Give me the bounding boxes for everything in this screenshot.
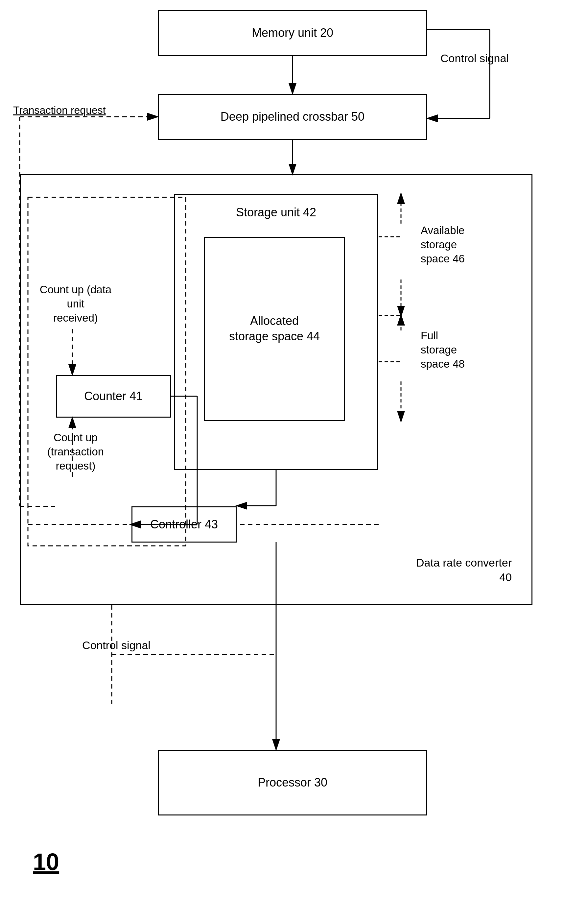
diagram-number: 10 xyxy=(33,848,59,875)
controller-label: Controller 43 xyxy=(150,517,218,532)
controller-box: Controller 43 xyxy=(132,506,236,543)
counter-label: Counter 41 xyxy=(84,389,143,404)
allocated-storage-box: Allocatedstorage space 44 xyxy=(204,237,345,421)
memory-unit-label: Memory unit 20 xyxy=(252,25,333,41)
processor-label: Processor 30 xyxy=(258,775,327,790)
processor-box: Processor 30 xyxy=(158,750,427,815)
allocated-storage-label: Allocatedstorage space 44 xyxy=(229,314,320,344)
control-signal-bottom-label: Control signal xyxy=(82,638,150,652)
data-rate-converter-label: Data rate converter40 xyxy=(416,555,512,584)
control-signal-top-label: Control signal xyxy=(441,51,509,65)
available-storage-label: Availablestoragespace 46 xyxy=(421,224,506,266)
full-storage-label: Fullstoragespace 48 xyxy=(421,329,506,371)
storage-unit-label: Storage unit 42 xyxy=(175,205,377,220)
memory-unit-box: Memory unit 20 xyxy=(158,10,427,56)
diagram-container: Memory unit 20 Deep pipelined crossbar 5… xyxy=(0,0,588,898)
crossbar-box: Deep pipelined crossbar 50 xyxy=(158,94,427,140)
counter-box: Counter 41 xyxy=(56,375,171,418)
count-up-data-label: Count up (data unitreceived) xyxy=(29,283,121,325)
count-up-transaction-label: Count up (transactionrequest) xyxy=(29,431,121,473)
crossbar-label: Deep pipelined crossbar 50 xyxy=(221,109,364,125)
transaction-request-label: Transaction request xyxy=(13,104,106,117)
